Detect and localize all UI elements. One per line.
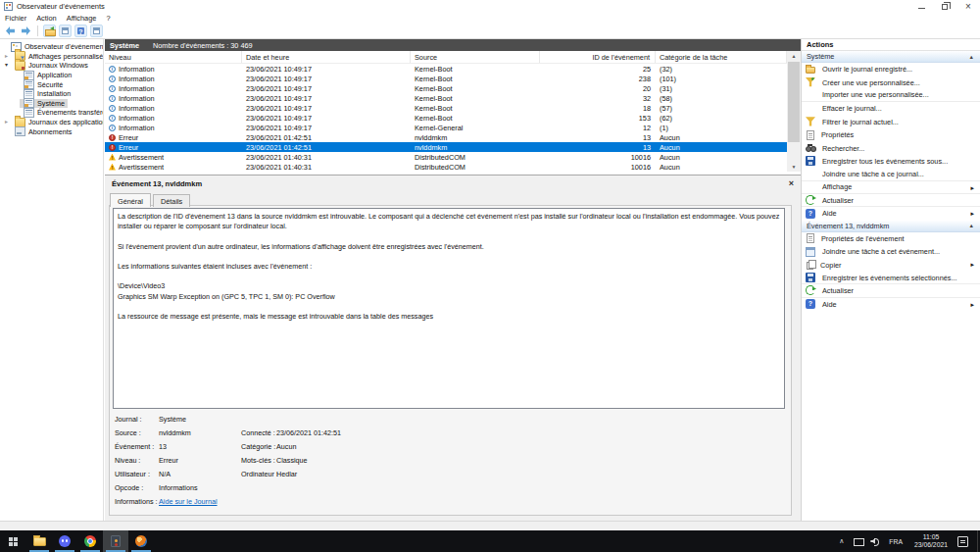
field-value[interactable]: Aide sur le Journal [159, 497, 218, 506]
taskbar-explorer-icon[interactable] [26, 530, 52, 552]
event-row[interactable]: Information 23/06/2021 10:49:17 Kernel-B… [105, 103, 787, 113]
action-item[interactable]: Joindre une tâche à cet événement... [802, 245, 980, 258]
action-item[interactable]: Rechercher... [802, 141, 980, 154]
action-item[interactable]: Enregistrer tous les événements sous... [802, 155, 980, 168]
action-label: Ouvrir le journal enregistré... [822, 65, 912, 74]
show-action-pane-icon[interactable] [90, 25, 103, 37]
console-window-icon[interactable] [59, 25, 72, 37]
action-item[interactable]: Affichage [802, 181, 980, 194]
level-cell: Information [119, 75, 155, 83]
category-cell: Aucun [656, 133, 787, 142]
action-item[interactable]: Joindre une tâche à ce journal... [802, 168, 980, 180]
sidebar-item[interactable]: Journaux Windows [0, 61, 103, 71]
level-icon [109, 134, 116, 141]
action-item[interactable]: Aide [802, 298, 980, 311]
column-header[interactable]: Date et heure [242, 51, 411, 63]
tree-expander-icon[interactable] [2, 118, 11, 126]
event-id-cell: 10016 [540, 153, 656, 162]
action-item[interactable]: Ouvrir le journal enregistré... [802, 63, 980, 75]
menu-item[interactable]: Action [36, 14, 57, 23]
column-header[interactable]: Niveau [105, 51, 242, 63]
toolbar-separator[interactable] [37, 25, 38, 36]
field-value-2: Hedlar [276, 470, 297, 478]
language-indicator[interactable]: FRA [883, 538, 908, 545]
event-row[interactable]: Information 23/06/2021 10:49:17 Kernel-B… [105, 113, 787, 123]
sidebar-item[interactable]: Application [0, 71, 103, 80]
scrollbar-thumb[interactable] [788, 62, 800, 142]
scroll-up-icon[interactable]: ▲ [787, 51, 801, 61]
action-label: Propriétés de l'événement [821, 234, 905, 243]
actions-section-header[interactable]: Système ▲ [802, 51, 980, 63]
taskbar-discord-icon[interactable] [52, 530, 77, 552]
event-row[interactable]: Information 23/06/2021 10:49:17 Kernel-B… [105, 74, 787, 83]
collapse-icon[interactable]: ▲ [969, 223, 974, 228]
event-row[interactable]: Information 23/06/2021 10:49:17 Kernel-B… [105, 93, 787, 103]
tree-item-label: Application [37, 71, 72, 79]
preview-tab[interactable]: Général [110, 193, 151, 207]
taskbar-event-viewer-icon[interactable] [103, 530, 128, 552]
field-value: 13 [159, 442, 167, 451]
action-item[interactable]: Actualiser [802, 194, 980, 207]
preview-close-icon[interactable]: × [789, 179, 794, 188]
action-item[interactable]: Filtrer le journal actuel... [802, 116, 980, 128]
column-header[interactable]: Catégorie de la tâche [656, 51, 787, 63]
event-row[interactable]: Avertissement 23/06/2021 01:40:31 Distri… [105, 162, 787, 172]
action-item[interactable]: Enregistrer les événements sélectionnés.… [802, 272, 980, 284]
taskbar-chrome-icon[interactable] [77, 530, 103, 552]
action-item[interactable]: Propriétés de l'événement [802, 232, 980, 245]
sidebar-item[interactable]: Journaux des applications et [0, 118, 103, 127]
field-label: Niveau : [115, 456, 140, 465]
restore-button[interactable] [933, 0, 956, 13]
minimize-button[interactable] [909, 0, 933, 13]
event-row[interactable]: Information 23/06/2021 10:49:17 Kernel-G… [105, 123, 787, 132]
sidebar-item[interactable]: Sécurité [0, 79, 103, 89]
event-row[interactable]: Erreur 23/06/2021 01:42:51 nvlddmkm 13 A… [105, 132, 787, 142]
tree-item-icon [24, 71, 34, 80]
start-button[interactable] [0, 530, 26, 552]
event-row[interactable]: Information 23/06/2021 10:49:17 Kernel-B… [105, 83, 787, 93]
collapse-icon[interactable]: ▲ [969, 54, 974, 60]
menu-item[interactable]: Fichier [5, 14, 26, 23]
category-cell: (32) [656, 65, 787, 74]
actions-section-header[interactable]: Événement 13, nvlddmkm ▲ [802, 221, 980, 232]
event-row[interactable]: Erreur 23/06/2021 01:42:51 nvlddmkm 13 A… [105, 142, 787, 152]
sidebar-item[interactable]: Abonnements [0, 126, 103, 136]
tray-overflow-icon[interactable]: ∧ [833, 537, 850, 545]
menu-item[interactable]: Affichage [67, 14, 97, 23]
action-item[interactable]: Effacer le journal... [802, 102, 980, 115]
tree-expander-icon[interactable] [2, 61, 11, 70]
back-arrow-icon[interactable] [4, 25, 17, 37]
field-label-2: Ordinateur : [241, 470, 278, 478]
action-item[interactable]: Créer une vue personnalisée... [802, 75, 980, 88]
field-value-2: 23/06/2021 01:42:51 [276, 428, 341, 437]
action-item[interactable]: Importer une vue personnalisée... [802, 89, 980, 102]
help-icon[interactable] [74, 25, 87, 37]
network-icon[interactable] [853, 536, 863, 546]
sidebar-item[interactable]: Installation [0, 89, 103, 99]
event-row[interactable]: Information 23/06/2021 10:49:17 Kernel-B… [105, 64, 787, 74]
forward-arrow-icon[interactable] [20, 25, 32, 37]
volume-icon[interactable] [869, 536, 880, 546]
export-folder-icon[interactable] [43, 25, 56, 37]
tree-item-label: Sécurité [37, 80, 63, 89]
notification-center-icon[interactable] [957, 536, 968, 547]
menu-item[interactable]: ? [106, 14, 110, 23]
tree-expander-icon[interactable] [2, 52, 11, 61]
source-cell: Kernel-Boot [411, 104, 540, 113]
action-item[interactable]: Propriétés [802, 128, 980, 141]
taskbar-clock[interactable]: 11:05 23/06/2021 [908, 533, 954, 549]
column-header[interactable]: ID de l'événement [540, 51, 656, 63]
event-description[interactable]: La description de l'ID d'événement 13 da… [113, 208, 785, 409]
action-item[interactable]: Copier [802, 258, 980, 271]
list-scrollbar[interactable]: ▲ ▼ [787, 51, 801, 172]
preview-tab[interactable]: Détails [153, 194, 190, 207]
taskbar-app-icon[interactable] [128, 530, 154, 552]
scroll-down-icon[interactable]: ▼ [787, 162, 801, 172]
close-button[interactable] [956, 0, 980, 13]
field-value: N/A [159, 470, 171, 478]
event-row[interactable]: Avertissement 23/06/2021 01:40:31 Distri… [105, 152, 787, 162]
action-item[interactable]: Actualiser [802, 284, 980, 297]
action-item[interactable]: Aide [802, 207, 980, 220]
sidebar-item[interactable]: Système [0, 99, 103, 109]
column-header[interactable]: Source [411, 51, 540, 63]
